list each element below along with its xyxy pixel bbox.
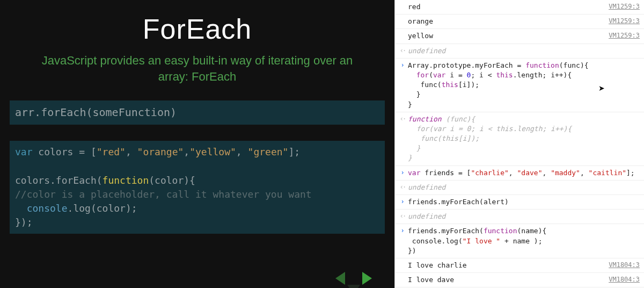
slide-nav	[335, 272, 372, 285]
return-icon	[397, 114, 408, 124]
console-row: undefined	[395, 210, 644, 224]
console-content: function (func){ for(var i = 0; i < this…	[408, 114, 640, 163]
console-content: undefined	[408, 183, 640, 192]
console-row: undefined	[395, 181, 644, 195]
console-row: function (func){ for(var i = 0; i < this…	[395, 112, 644, 166]
slide-panel: ForEach JavaScript provides an easy buil…	[0, 0, 394, 288]
source-link[interactable]: VM1259:3	[609, 2, 640, 11]
next-slide-icon[interactable]	[362, 272, 372, 285]
console-row: var friends = ["charlie", "dave", "maddy…	[395, 166, 644, 181]
source-link[interactable]: VM1259:3	[609, 31, 640, 40]
console-content: var friends = ["charlie", "dave", "maddy…	[408, 168, 640, 178]
console-row: I love charlieVM1804:3	[395, 258, 644, 273]
console-content: undefined	[408, 46, 640, 56]
prompt-icon	[397, 226, 408, 235]
console-content: I love charlie	[408, 261, 604, 270]
code-snippet-1: arr.forEach(someFunction)	[10, 100, 385, 125]
console-row: undefined	[395, 44, 644, 59]
console-row: redVM1259:3	[395, 0, 644, 15]
console-row: friends.myForEach(function(name){ consol…	[395, 224, 644, 258]
slide-title: ForEach	[10, 13, 385, 45]
console-row: Array.prototype.myForEach = function(fun…	[395, 59, 644, 112]
console-content: yellow	[408, 31, 604, 41]
prompt-icon	[397, 197, 408, 206]
console-content: undefined	[408, 212, 640, 221]
prompt-icon	[397, 168, 408, 177]
console-content: I love dave	[408, 275, 604, 285]
return-icon	[397, 183, 408, 192]
source-link[interactable]: VM1804:3	[609, 261, 640, 270]
console-content: friends.myForEach(function(name){ consol…	[408, 226, 640, 256]
source-link[interactable]: VM1804:3	[609, 275, 640, 284]
devtools-console[interactable]: redVM1259:3orangeVM1259:3yellowVM1259:3u…	[394, 0, 644, 288]
console-row: friends.myForEach(alert)	[395, 195, 644, 210]
console-content: Array.prototype.myForEach = function(fun…	[408, 61, 640, 110]
console-row: yellowVM1259:3	[395, 29, 644, 44]
return-icon	[397, 46, 408, 55]
console-content: orange	[408, 17, 604, 26]
return-icon	[397, 212, 408, 221]
code-snippet-2: var colors = ["red", "orange","yellow", …	[10, 141, 385, 234]
console-content: friends.myForEach(alert)	[408, 197, 640, 207]
source-link[interactable]: VM1259:3	[609, 17, 640, 26]
slide-subtitle: JavaScript provides an easy built-in way…	[26, 53, 369, 84]
console-row: I love daveVM1804:3	[395, 273, 644, 287]
prompt-icon	[397, 61, 408, 70]
console-content: red	[408, 2, 604, 12]
prev-slide-icon[interactable]	[335, 272, 345, 285]
down-slide-icon[interactable]	[347, 285, 360, 288]
console-row: orangeVM1259:3	[395, 15, 644, 29]
